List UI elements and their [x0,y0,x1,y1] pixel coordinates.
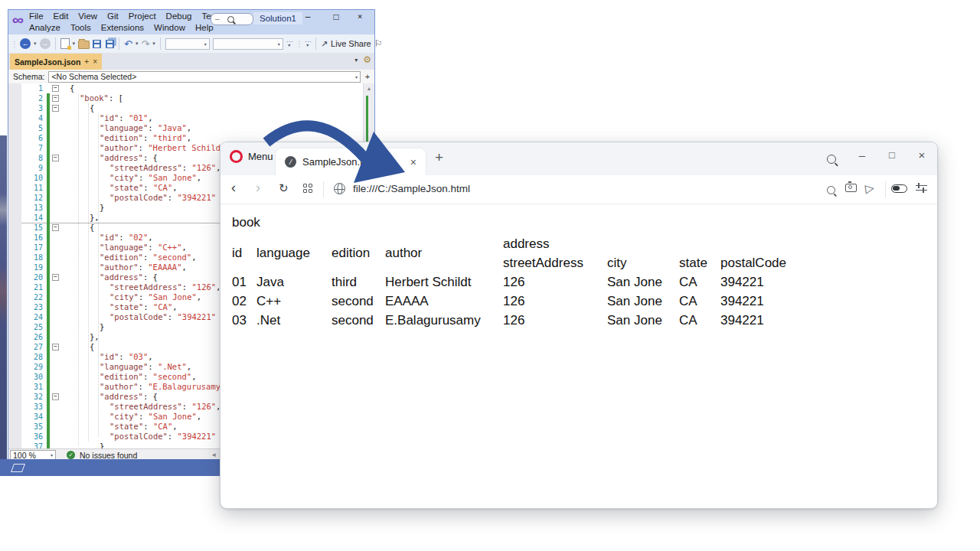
save-all-icon[interactable] [106,40,114,48]
table-cell: CA [679,272,720,292]
split-window-icon[interactable]: + [361,72,374,81]
fold-collapse-icon[interactable]: − [52,224,59,231]
vs-menu-window[interactable]: Window [154,23,185,32]
vs-menu-tools[interactable]: Tools [70,23,91,32]
toolbar-grip-icon[interactable]: ⋮ [11,40,17,48]
code-line-4[interactable]: 4"id": "01", [8,113,374,123]
snapshot-camera-icon[interactable] [845,184,857,192]
line-number: 37 [21,442,44,448]
live-share-icon[interactable]: ↗ [321,39,328,49]
vs-menu-view[interactable]: View [78,11,97,21]
document-list-dropdown-icon[interactable]: ▾ [354,57,358,64]
vs-menu-row-2: AnalyzeToolsExtensionsWindowHelp [29,23,214,32]
easy-setup-sliders-icon[interactable] [916,183,927,194]
toolbar-separator [315,37,316,50]
fold-collapse-icon[interactable]: − [52,85,59,92]
code-line-2[interactable]: 2−"book": [ [8,93,374,103]
undo-dropdown-icon[interactable]: ▾ [136,41,139,47]
code-line-3[interactable]: 3−{ [8,103,374,113]
browser-maximize-button[interactable]: □ [886,149,898,161]
redo-button[interactable]: ↷ [141,38,149,50]
vs-menu-extensions[interactable]: Extensions [101,23,144,32]
fold-collapse-icon[interactable]: − [52,95,59,102]
toggle-switch-icon[interactable] [891,184,907,193]
fold-collapse-icon[interactable]: − [52,105,59,112]
table-cell: 126 [503,292,607,311]
line-number: 25 [21,322,44,332]
navigate-forward-button[interactable]: → [40,38,51,49]
vs-menu-analyze[interactable]: Analyze [29,23,60,32]
gear-icon[interactable]: ⚙ [363,55,371,64]
new-tab-button[interactable]: + [435,149,443,166]
forward-button[interactable]: › [256,180,260,196]
vs-minimize-button[interactable]: – [301,11,315,22]
address-bar-url[interactable]: file:///C:/SampleJson.html [353,183,470,194]
configuration-dropdown[interactable]: ▾ [165,38,210,50]
code-line-1[interactable]: 1−{ [8,83,374,93]
schema-selected-value: <No Schema Selected> [51,72,136,81]
fold-collapse-icon[interactable]: − [52,274,59,281]
line-number: 35 [21,422,44,432]
opera-menu-button[interactable]: Menu [230,150,273,163]
line-number: 8 [21,153,44,163]
new-project-icon[interactable] [60,38,70,49]
code-line-5[interactable]: 5"language": "Java", [8,123,374,133]
fold-collapse-icon[interactable]: − [52,344,59,350]
reload-button[interactable]: ↻ [279,181,289,195]
table-cell: 126 [503,311,607,330]
table-cell: 02 [232,292,256,311]
back-dropdown-icon[interactable]: ▾ [34,41,37,47]
browser-search-icon[interactable] [827,153,836,167]
save-icon[interactable] [93,40,101,48]
vs-menu-file[interactable]: File [29,11,44,21]
line-number: 17 [21,243,44,253]
editor-columns-icon[interactable]: ⋯▾ [305,40,311,47]
chevron-down-icon: ▾ [278,41,280,47]
feedback-flag-icon[interactable]: ⚐ [374,38,383,49]
vs-menu-help[interactable]: Help [195,23,214,32]
vs-menu-debug[interactable]: Debug [166,11,192,21]
vs-menu-project[interactable]: Project [129,11,156,21]
tab-close-icon[interactable]: × [410,156,416,168]
opera-logo-icon [230,150,243,163]
schema-selector-dropdown[interactable]: <No Schema Selected> ▾ [48,71,361,83]
tab-label: SampleJson.json [15,57,80,67]
table-cell: San Jone [607,272,679,292]
table-cell: 394221 [720,272,800,292]
line-number: 29 [21,362,44,372]
line-number: 4 [21,113,44,123]
tab-samplejson-json[interactable]: SampleJson.json + × [10,54,102,70]
new-dropdown-icon[interactable]: ▾ [73,41,76,47]
fold-collapse-icon[interactable]: − [52,393,59,400]
platform-dropdown[interactable]: ▾ [213,38,283,50]
table-cell: .Net [256,311,332,330]
vs-menu-edit[interactable]: Edit [54,11,69,21]
chevron-down-icon: ▾ [51,452,53,458]
browser-close-button[interactable]: × [916,148,928,161]
vs-close-button[interactable]: × [358,11,371,21]
line-number: 1 [21,83,44,93]
table-cell: E.Balagurusamy [385,311,503,330]
share-send-icon[interactable]: ▷ [864,181,875,195]
speed-dial-icon[interactable] [303,184,312,193]
live-share-button[interactable]: Live Share [331,39,371,48]
fold-collapse-icon[interactable]: − [52,155,59,161]
vs-menu-git[interactable]: Git [107,11,119,21]
vs-quick-search-box[interactable]: – [211,13,253,25]
vs-maximize-button[interactable]: □ [329,11,343,22]
redo-dropdown-icon[interactable]: ▾ [152,41,155,47]
navigate-back-button[interactable]: ← [20,38,31,49]
zoom-page-icon[interactable] [827,184,835,197]
back-button[interactable]: ‹ [231,180,236,196]
browser-minimize-button[interactable]: – [856,148,868,161]
editor-columns-icon[interactable]: ⋯▾ [286,40,292,47]
tab-samplejson-html[interactable]: / SampleJson.html × [276,148,426,175]
undo-button[interactable]: ↶ [124,38,132,50]
tab-close-icon[interactable]: × [93,57,97,66]
column-header-postalCode: postalCode [720,253,800,272]
vs-toolbar: ⋮ ← ▾ → ▾ ↶ ▾ ↷ ▾ ▾ ▾ ⋯▾ ⋮ ⋯▾ ↗ Live Sha… [8,34,374,53]
open-folder-icon[interactable] [78,41,90,49]
pin-icon[interactable]: + [84,57,89,66]
scrollbar-up-icon[interactable]: ▲ [364,83,374,93]
horizontal-scroll-left-icon[interactable]: ◄ [211,452,217,458]
